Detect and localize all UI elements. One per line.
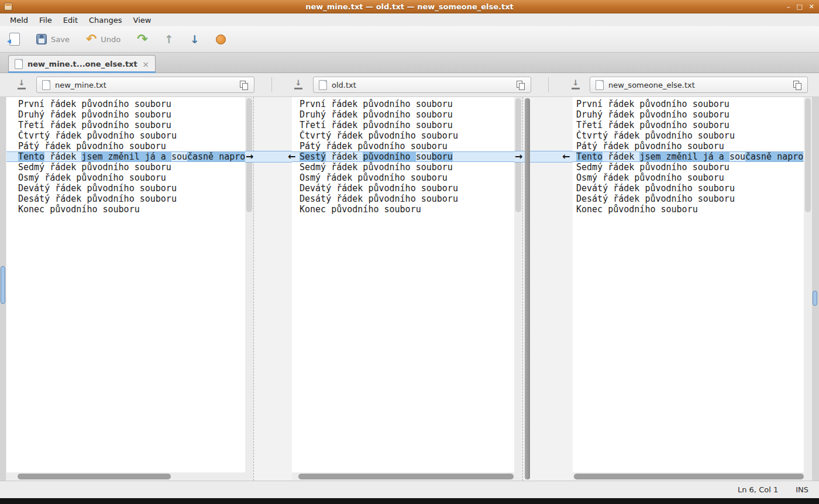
- code-line: Devátý řádek původního souboru: [573, 183, 804, 194]
- code-line: Druhý řádek původního souboru: [6, 109, 245, 120]
- file-icon: [42, 80, 50, 90]
- maximize-button[interactable]: □: [796, 4, 802, 10]
- horizontal-scrollbar-middle[interactable]: [292, 472, 522, 481]
- tabbar: new_mine.t...one_else.txt ×: [0, 53, 819, 73]
- new-comparison-button[interactable]: [9, 33, 20, 46]
- diff-pane-old: První řádek původního souboruDruhý řádek…: [292, 97, 514, 472]
- overview-change-mark[interactable]: [813, 291, 817, 306]
- redo-button[interactable]: ↷: [137, 33, 147, 46]
- code-line: První řádek původního souboru: [292, 99, 514, 109]
- file-name-right: new_someone_else.txt: [608, 81, 695, 89]
- code-line: Třetí řádek původního souboru: [292, 120, 514, 130]
- pull-change-left-arrow[interactable]: ←: [288, 151, 295, 163]
- code-line: Čtvrtý řádek původního souboru: [573, 130, 804, 141]
- diff-line-changed: Tento řádek jsem změnil já a současně na…: [573, 151, 804, 162]
- overview-change-mark[interactable]: [1, 266, 5, 304]
- file-header-row: ↓ new_mine.txt ↓ old.txt ↓ new_someone_e…: [0, 73, 819, 97]
- menu-view[interactable]: View: [128, 15, 157, 26]
- browse-files-icon: [517, 81, 525, 89]
- header-separator: [271, 77, 272, 92]
- merge-all-icon: [216, 34, 226, 44]
- file-name-left: new_mine.txt: [55, 81, 106, 89]
- cursor-position: Ln 6, Col 1: [738, 485, 778, 494]
- code-line: Konec původního souboru: [292, 204, 514, 215]
- code-line: Konec původního souboru: [6, 204, 245, 215]
- minimize-button[interactable]: –: [787, 4, 790, 10]
- editor-area-mine[interactable]: První řádek původního souboruDruhý řádek…: [6, 97, 245, 472]
- code-line: Sedmý řádek původního souboru: [6, 162, 245, 172]
- code-line: Devátý řádek původního souboru: [6, 183, 245, 194]
- header-separator: [548, 77, 549, 92]
- code-line: Třetí řádek původního souboru: [573, 120, 804, 130]
- tab-close-icon[interactable]: ×: [142, 60, 149, 69]
- file-name-middle: old.txt: [332, 81, 356, 89]
- diff-pane-mine: První řádek původního souboruDruhý řádek…: [6, 97, 245, 472]
- push-change-right-arrow[interactable]: →: [515, 151, 522, 163]
- save-icon: [36, 34, 47, 44]
- scrollbar-thumb[interactable]: [298, 474, 514, 479]
- vertical-scrollbar-right[interactable]: [804, 97, 812, 481]
- menubar: Meld File Edit Changes View: [0, 13, 819, 26]
- browse-files-icon: [240, 81, 249, 89]
- close-button[interactable]: ✕: [809, 4, 814, 10]
- menu-edit[interactable]: Edit: [58, 15, 84, 26]
- comparison-tab[interactable]: new_mine.t...one_else.txt ×: [8, 55, 156, 73]
- code-line: Sedmý řádek původního souboru: [292, 162, 514, 172]
- code-line: Desátý řádek původního souboru: [573, 194, 804, 204]
- editor-area-someone-else[interactable]: První řádek původního souboruDruhý řádek…: [573, 97, 804, 472]
- next-change-button[interactable]: ↓: [190, 34, 199, 45]
- undo-button[interactable]: ↶ Undo: [86, 33, 121, 46]
- code-line: Desátý řádek původního souboru: [6, 194, 245, 204]
- statusbar: Ln 6, Col 1 INS: [0, 481, 819, 498]
- file-chooser-middle[interactable]: old.txt: [313, 77, 531, 93]
- code-line: Třetí řádek původního souboru: [6, 120, 245, 130]
- code-line: Druhý řádek původního souboru: [573, 109, 804, 120]
- code-line: Osmý řádek původního souboru: [573, 172, 804, 183]
- editor-area-old[interactable]: První řádek původního souboruDruhý řádek…: [292, 97, 514, 472]
- save-state-icon-left[interactable]: ↓: [18, 81, 26, 89]
- undo-icon: ↶: [86, 33, 97, 46]
- save-state-icon-middle[interactable]: ↓: [294, 81, 302, 89]
- undo-label: Undo: [101, 35, 121, 44]
- file-icon: [319, 80, 327, 90]
- overview-map-right[interactable]: [812, 97, 819, 481]
- file-chooser-right[interactable]: new_someone_else.txt: [590, 77, 808, 93]
- titlebar[interactable]: new_mine.txt — old.txt — new_someone_els…: [0, 0, 819, 13]
- tab-label: new_mine.t...one_else.txt: [27, 60, 137, 68]
- code-line: Čtvrtý řádek původního souboru: [6, 130, 245, 141]
- app-icon: [4, 3, 12, 11]
- menu-meld[interactable]: Meld: [5, 15, 34, 26]
- diff-pane-someone-else: První řádek původního souboruDruhý řádek…: [573, 97, 804, 472]
- pane-separator-handle[interactable]: [525, 98, 530, 479]
- menu-file[interactable]: File: [34, 15, 58, 26]
- scrollbar-thumb[interactable]: [805, 98, 811, 212]
- next-change-icon: ↓: [190, 34, 199, 45]
- code-line: Konec původního souboru: [573, 204, 804, 215]
- menu-changes[interactable]: Changes: [84, 15, 128, 26]
- code-line: Osmý řádek původního souboru: [292, 172, 514, 183]
- insert-mode-indicator: INS: [796, 485, 808, 494]
- file-icon: [15, 59, 23, 69]
- code-line: Pátý řádek původního souboru: [292, 141, 514, 151]
- save-label: Save: [51, 35, 70, 44]
- scrollbar-thumb[interactable]: [18, 474, 171, 479]
- code-line: Desátý řádek původního souboru: [292, 194, 514, 204]
- code-line: Čtvrtý řádek původního souboru: [292, 130, 514, 141]
- push-change-right-arrow[interactable]: →: [246, 151, 253, 163]
- window-bottom-edge: [0, 498, 819, 504]
- file-chooser-left[interactable]: new_mine.txt: [36, 77, 254, 93]
- code-line: Druhý řádek původního souboru: [292, 109, 514, 120]
- previous-change-button[interactable]: ↑: [164, 34, 174, 45]
- scrollbar-thumb[interactable]: [574, 474, 804, 479]
- horizontal-scrollbar-left[interactable]: [6, 472, 253, 481]
- previous-change-icon: ↑: [164, 34, 174, 45]
- redo-icon: ↷: [137, 33, 147, 46]
- overview-map-left[interactable]: [0, 97, 6, 481]
- merge-all-button[interactable]: [216, 34, 226, 44]
- save-state-icon-right[interactable]: ↓: [572, 81, 580, 89]
- new-comparison-icon: [9, 33, 20, 46]
- save-button[interactable]: Save: [36, 34, 70, 44]
- diff-content: První řádek původního souboruDruhý řádek…: [0, 97, 819, 481]
- pull-change-left-arrow[interactable]: ←: [562, 151, 570, 163]
- horizontal-scrollbar-right[interactable]: [573, 472, 812, 481]
